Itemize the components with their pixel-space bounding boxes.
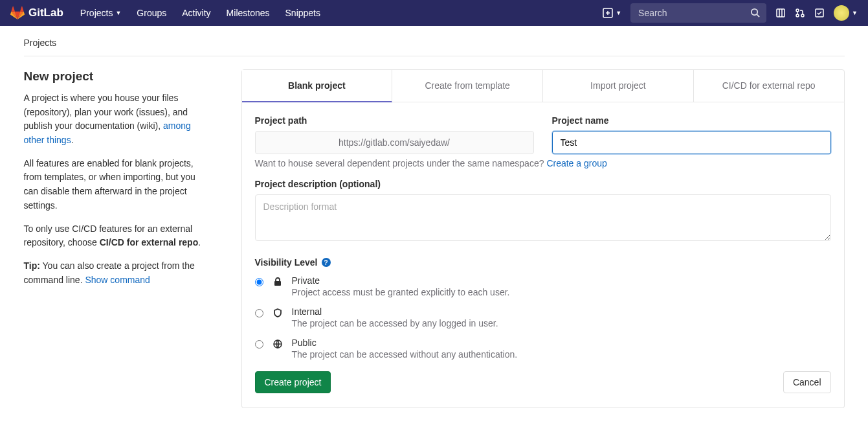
nav-projects[interactable]: Projects▼ bbox=[74, 1, 128, 25]
gitlab-logo-icon bbox=[10, 6, 25, 20]
search-icon[interactable] bbox=[750, 8, 760, 19]
sidebar-tip: Tip: You can also create a project from … bbox=[24, 259, 205, 287]
description-label: Project description (optional) bbox=[255, 179, 831, 189]
description-input[interactable] bbox=[255, 194, 831, 241]
page-title: New project bbox=[24, 69, 205, 84]
new-dropdown[interactable]: ▼ bbox=[603, 8, 621, 18]
sidebar-p1: A project is where you house your files … bbox=[24, 91, 205, 148]
project-name-input[interactable] bbox=[552, 131, 831, 154]
visibility-private[interactable]: Private Project access must be granted e… bbox=[255, 275, 831, 297]
todos-icon[interactable] bbox=[814, 8, 825, 18]
svg-point-5 bbox=[801, 14, 804, 17]
tab-create-from-template[interactable]: Create from template bbox=[392, 70, 543, 102]
project-path-field[interactable]: https://gitlab.com/saiyedaw/ bbox=[255, 131, 534, 154]
visibility-label: Visibility Level ? bbox=[255, 257, 831, 268]
breadcrumb: Projects bbox=[24, 26, 845, 56]
issues-icon[interactable] bbox=[775, 8, 786, 18]
tabs: Blank project Create from template Impor… bbox=[241, 69, 845, 102]
nav-activity[interactable]: Activity bbox=[175, 1, 217, 25]
visibility-public[interactable]: Public The project can be accessed witho… bbox=[255, 338, 831, 360]
tab-cicd-external[interactable]: CI/CD for external repo bbox=[694, 70, 844, 102]
visibility-internal-radio[interactable] bbox=[255, 309, 263, 317]
lock-icon bbox=[273, 277, 283, 289]
visibility-private-radio[interactable] bbox=[255, 278, 263, 286]
svg-point-1 bbox=[751, 9, 757, 15]
svg-rect-2 bbox=[777, 9, 785, 17]
user-menu[interactable]: ▼ bbox=[834, 5, 858, 21]
tab-import-project[interactable]: Import project bbox=[543, 70, 694, 102]
plus-icon bbox=[603, 8, 613, 18]
namespace-hint: Want to house several dependent projects… bbox=[255, 158, 831, 168]
cancel-button[interactable]: Cancel bbox=[783, 371, 831, 393]
chevron-down-icon: ▼ bbox=[616, 10, 621, 16]
chevron-down-icon: ▼ bbox=[115, 10, 121, 16]
chevron-down-icon: ▼ bbox=[852, 10, 858, 16]
svg-point-4 bbox=[796, 14, 799, 17]
globe-icon bbox=[273, 339, 283, 351]
help-icon[interactable]: ? bbox=[322, 258, 331, 267]
avatar bbox=[834, 5, 849, 21]
merge-requests-icon[interactable] bbox=[795, 8, 805, 18]
svg-point-3 bbox=[796, 9, 799, 12]
project-name-label: Project name bbox=[552, 115, 831, 126]
brand-text: GitLab bbox=[28, 6, 63, 19]
svg-rect-7 bbox=[274, 281, 281, 286]
form-panel: Project path https://gitlab.com/saiyedaw… bbox=[241, 102, 845, 408]
tab-blank-project[interactable]: Blank project bbox=[242, 70, 393, 102]
nav-milestones[interactable]: Milestones bbox=[220, 1, 276, 25]
sidebar-p2: All features are enabled for blank proje… bbox=[24, 157, 205, 213]
create-project-button[interactable]: Create project bbox=[255, 371, 331, 393]
sidebar: New project A project is where you house… bbox=[24, 69, 205, 408]
sidebar-p3: To only use CI/CD features for an extern… bbox=[24, 222, 205, 250]
show-command-link[interactable]: Show command bbox=[85, 275, 150, 285]
project-path-label: Project path bbox=[255, 115, 534, 126]
create-group-link[interactable]: Create a group bbox=[546, 158, 606, 168]
shield-icon bbox=[273, 308, 283, 320]
nav-groups[interactable]: Groups bbox=[130, 1, 173, 25]
search-input[interactable] bbox=[630, 3, 766, 23]
navbar: GitLab Projects▼ Groups Activity Milesto… bbox=[0, 0, 868, 26]
visibility-public-radio[interactable] bbox=[255, 340, 263, 349]
logo[interactable]: GitLab bbox=[10, 6, 63, 20]
nav-snippets[interactable]: Snippets bbox=[279, 1, 327, 25]
visibility-internal[interactable]: Internal The project can be accessed by … bbox=[255, 306, 831, 328]
